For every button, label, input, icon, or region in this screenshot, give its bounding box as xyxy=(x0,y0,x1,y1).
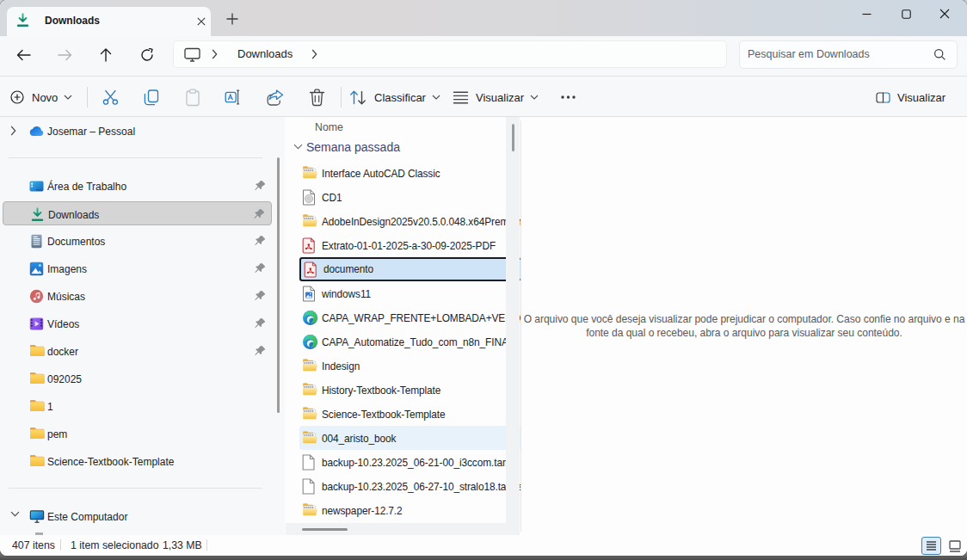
sidebar-item-onedrive[interactable]: Josemar – Pessoal xyxy=(3,119,272,143)
sidebar-item-label: Área de Trabalho xyxy=(47,181,126,193)
sidebar-item-area-de-trabalho[interactable]: Área de Trabalho xyxy=(3,174,272,198)
close-button[interactable] xyxy=(930,4,959,23)
breadcrumb-location[interactable]: Downloads xyxy=(237,47,293,60)
breadcrumb-chevron-icon[interactable] xyxy=(311,49,317,59)
sidebar-item-science-textbook-template[interactable]: Science-Textbook-Template xyxy=(3,449,272,473)
rename-button[interactable] xyxy=(213,77,255,117)
view-button-label: Visualizar xyxy=(476,91,524,104)
status-divider xyxy=(206,539,207,551)
address-bar[interactable]: Downloads xyxy=(173,40,727,68)
file-row-newspaper[interactable]: newspaper-12.7.2 xyxy=(299,498,522,522)
pane-divider[interactable] xyxy=(520,120,521,532)
forward-button[interactable] xyxy=(52,45,77,65)
breadcrumb-chevron-icon xyxy=(212,49,218,59)
sidebar-scrollbar[interactable] xyxy=(277,157,280,413)
file-row-history-textbook-template[interactable]: History-Textbook-Template xyxy=(299,378,522,402)
file-row-interface-autocad-classic[interactable]: Interface AutoCAD Classic xyxy=(299,161,522,185)
file-list-horizontal-scrollbar-thumb[interactable] xyxy=(302,528,348,531)
delete-button[interactable] xyxy=(296,77,337,117)
sidebar-item-1[interactable]: 1 xyxy=(3,394,272,418)
file-row-windows11[interactable]: windows11 xyxy=(299,281,522,305)
preview-toggle-button[interactable]: Visualizar xyxy=(876,77,945,117)
file-row-documento[interactable]: documento xyxy=(299,257,520,281)
sidebar-item-downloads[interactable]: Downloads xyxy=(3,201,272,225)
edge-icon xyxy=(302,334,317,349)
file-name: backup-10.23.2025_06-27-10_stralo18.tar.… xyxy=(322,481,522,493)
folder-icon xyxy=(302,165,317,181)
document-icon xyxy=(29,234,44,249)
folder-icon xyxy=(302,502,317,518)
search-icon[interactable] xyxy=(933,48,946,61)
sidebar-item-documentos[interactable]: Documentos xyxy=(3,229,272,253)
file-list-vertical-scrollbar-thumb[interactable] xyxy=(512,124,514,151)
file-name: backup-10.23.2025_06-21-00_i3ccom.tar.gz xyxy=(322,457,519,469)
pin-icon xyxy=(254,317,266,329)
copy-button[interactable] xyxy=(131,77,172,117)
file-row-science-textbook-template[interactable]: Science-Textbook-Template xyxy=(299,402,522,426)
pin-icon xyxy=(253,208,265,220)
sidebar-item-videos[interactable]: Vídeos xyxy=(3,311,272,335)
file-row-cd1[interactable]: CD1 xyxy=(299,185,522,209)
navigation-bar: Downloads Pesquisar em Downloads xyxy=(0,36,967,77)
file-icon xyxy=(302,478,317,494)
file-name: Extrato-01-01-2025-a-30-09-2025-PDF xyxy=(322,240,496,252)
tab-downloads[interactable]: Downloads xyxy=(7,7,211,36)
file-name: CAPA_Automatize_Tudo_com_n8n_FINAL xyxy=(322,336,514,348)
large-icons-view-toggle[interactable] xyxy=(945,537,964,555)
sidebar-item-label: Imagens xyxy=(47,263,87,275)
file-row-capa-automatize[interactable]: CAPA_Automatize_Tudo_com_n8n_FINAL xyxy=(299,329,522,354)
refresh-button[interactable] xyxy=(135,45,159,65)
new-button[interactable]: Novo xyxy=(10,77,72,117)
sidebar-item-musicas[interactable]: Músicas xyxy=(3,284,272,308)
items-count: 407 itens xyxy=(12,539,55,551)
file-row-backup-i3ccom[interactable]: backup-10.23.2025_06-21-00_i3ccom.tar.gz xyxy=(299,450,522,474)
file-name: documento xyxy=(323,263,373,275)
sidebar-item-label: pem xyxy=(47,428,67,440)
selection-count: 1 item selecionado xyxy=(71,539,159,551)
more-options-button[interactable] xyxy=(553,77,582,117)
file-list-horizontal-scrollbar[interactable] xyxy=(286,523,520,535)
cut-button[interactable] xyxy=(89,77,131,117)
tab-close-icon[interactable] xyxy=(193,14,210,29)
folder-icon xyxy=(29,399,44,414)
file-icon xyxy=(302,454,317,470)
back-button[interactable] xyxy=(11,45,35,65)
chevron-right-icon[interactable] xyxy=(10,126,22,136)
details-view-toggle[interactable] xyxy=(921,537,941,555)
sidebar-item-092025[interactable]: 092025 xyxy=(3,366,272,391)
group-header-semana-passada[interactable]: Semana passada xyxy=(285,138,506,160)
sidebar-item-label: Josemar – Pessoal xyxy=(47,126,135,138)
view-button[interactable]: Visualizar xyxy=(453,77,539,117)
folder-icon xyxy=(302,358,317,373)
sidebar-item-este-computador[interactable]: Este Computador xyxy=(3,504,272,528)
new-tab-button[interactable] xyxy=(222,11,243,27)
minimize-button[interactable] xyxy=(852,4,881,23)
share-button[interactable] xyxy=(255,77,296,117)
file-row-adobeindesign[interactable]: AdobeInDesign2025v20.5.0.048.x64Premium xyxy=(299,209,522,233)
file-name: Indesign xyxy=(322,360,360,372)
file-row-004-aristo-book[interactable]: 004_aristo_book xyxy=(299,426,522,450)
folder-icon xyxy=(302,213,317,229)
file-row-extrato-pdf[interactable]: Extrato-01-01-2025-a-30-09-2025-PDF xyxy=(299,233,522,257)
file-name: newspaper-12.7.2 xyxy=(322,505,403,517)
file-list-vertical-scrollbar[interactable] xyxy=(506,117,520,535)
column-header-name[interactable]: Nome xyxy=(315,121,343,133)
file-row-capa-wrap[interactable]: CAPA_WRAP_FRENTE+LOMBADA+VERSO xyxy=(299,305,522,329)
up-button[interactable] xyxy=(94,45,118,65)
file-row-backup-stralo18[interactable]: backup-10.23.2025_06-27-10_stralo18.tar.… xyxy=(299,474,522,498)
sidebar-item-label: Músicas xyxy=(47,291,85,303)
navigation-pane: Josemar – Pessoal Área de Trabalho Downl… xyxy=(0,117,285,535)
chevron-down-icon[interactable] xyxy=(293,144,303,150)
sidebar-item-label: Science-Textbook-Template xyxy=(47,456,174,468)
sidebar-item-imagens[interactable]: Imagens xyxy=(3,256,272,280)
search-box[interactable]: Pesquisar em Downloads xyxy=(739,40,958,69)
sort-button[interactable]: Classificar xyxy=(349,77,440,117)
paste-button[interactable] xyxy=(172,77,213,117)
file-row-indesign[interactable]: Indesign xyxy=(299,354,522,378)
folder-icon xyxy=(302,406,317,422)
chevron-down-icon[interactable] xyxy=(10,511,22,521)
sidebar-item-docker[interactable]: docker xyxy=(3,339,272,363)
sidebar-item-pem[interactable]: pem xyxy=(3,422,272,446)
file-name: CAPA_WRAP_FRENTE+LOMBADA+VERSO xyxy=(322,312,522,324)
maximize-button[interactable] xyxy=(891,4,921,23)
